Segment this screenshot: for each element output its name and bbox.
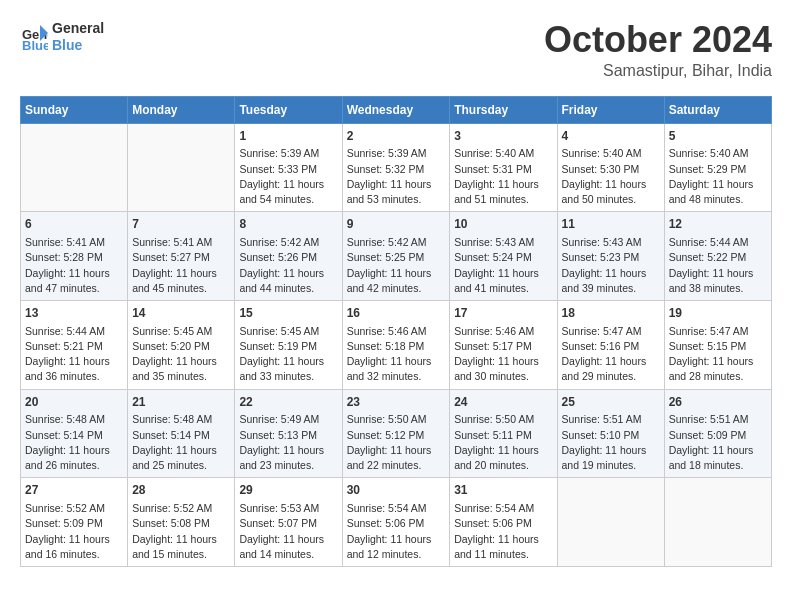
sunset-text: Sunset: 5:26 PM bbox=[239, 250, 337, 265]
sunrise-text: Sunrise: 5:50 AM bbox=[454, 412, 552, 427]
calendar-cell: 26Sunrise: 5:51 AMSunset: 5:09 PMDayligh… bbox=[664, 389, 771, 478]
sunrise-text: Sunrise: 5:44 AM bbox=[669, 235, 767, 250]
day-number: 29 bbox=[239, 482, 337, 499]
weekday-header-thursday: Thursday bbox=[450, 96, 557, 123]
sunset-text: Sunset: 5:06 PM bbox=[454, 516, 552, 531]
calendar-cell: 1Sunrise: 5:39 AMSunset: 5:33 PMDaylight… bbox=[235, 123, 342, 212]
sunrise-text: Sunrise: 5:51 AM bbox=[562, 412, 660, 427]
daylight-text: Daylight: 11 hours and 51 minutes. bbox=[454, 177, 552, 207]
cell-content: Sunrise: 5:49 AMSunset: 5:13 PMDaylight:… bbox=[239, 412, 337, 473]
sunset-text: Sunset: 5:14 PM bbox=[132, 428, 230, 443]
logo-text-general: General bbox=[52, 20, 104, 37]
cell-content: Sunrise: 5:40 AMSunset: 5:29 PMDaylight:… bbox=[669, 146, 767, 207]
sunrise-text: Sunrise: 5:45 AM bbox=[239, 324, 337, 339]
weekday-header-saturday: Saturday bbox=[664, 96, 771, 123]
sunset-text: Sunset: 5:08 PM bbox=[132, 516, 230, 531]
cell-content: Sunrise: 5:52 AMSunset: 5:09 PMDaylight:… bbox=[25, 501, 123, 562]
calendar-body: 1Sunrise: 5:39 AMSunset: 5:33 PMDaylight… bbox=[21, 123, 772, 566]
sunset-text: Sunset: 5:12 PM bbox=[347, 428, 446, 443]
sunset-text: Sunset: 5:20 PM bbox=[132, 339, 230, 354]
sunrise-text: Sunrise: 5:50 AM bbox=[347, 412, 446, 427]
day-number: 30 bbox=[347, 482, 446, 499]
sunset-text: Sunset: 5:30 PM bbox=[562, 162, 660, 177]
day-number: 15 bbox=[239, 305, 337, 322]
sunrise-text: Sunrise: 5:45 AM bbox=[132, 324, 230, 339]
day-number: 5 bbox=[669, 128, 767, 145]
cell-content: Sunrise: 5:43 AMSunset: 5:24 PMDaylight:… bbox=[454, 235, 552, 296]
sunset-text: Sunset: 5:14 PM bbox=[25, 428, 123, 443]
daylight-text: Daylight: 11 hours and 23 minutes. bbox=[239, 443, 337, 473]
cell-content: Sunrise: 5:50 AMSunset: 5:12 PMDaylight:… bbox=[347, 412, 446, 473]
sunset-text: Sunset: 5:06 PM bbox=[347, 516, 446, 531]
sunrise-text: Sunrise: 5:54 AM bbox=[347, 501, 446, 516]
daylight-text: Daylight: 11 hours and 42 minutes. bbox=[347, 266, 446, 296]
daylight-text: Daylight: 11 hours and 11 minutes. bbox=[454, 532, 552, 562]
sunrise-text: Sunrise: 5:42 AM bbox=[347, 235, 446, 250]
sunrise-text: Sunrise: 5:40 AM bbox=[454, 146, 552, 161]
calendar-cell: 19Sunrise: 5:47 AMSunset: 5:15 PMDayligh… bbox=[664, 300, 771, 389]
day-number: 3 bbox=[454, 128, 552, 145]
day-number: 23 bbox=[347, 394, 446, 411]
cell-content: Sunrise: 5:54 AMSunset: 5:06 PMDaylight:… bbox=[454, 501, 552, 562]
calendar-header: SundayMondayTuesdayWednesdayThursdayFrid… bbox=[21, 96, 772, 123]
cell-content: Sunrise: 5:51 AMSunset: 5:09 PMDaylight:… bbox=[669, 412, 767, 473]
location-subtitle: Samastipur, Bihar, India bbox=[544, 62, 772, 80]
sunset-text: Sunset: 5:31 PM bbox=[454, 162, 552, 177]
daylight-text: Daylight: 11 hours and 25 minutes. bbox=[132, 443, 230, 473]
cell-content: Sunrise: 5:42 AMSunset: 5:26 PMDaylight:… bbox=[239, 235, 337, 296]
sunset-text: Sunset: 5:09 PM bbox=[669, 428, 767, 443]
sunrise-text: Sunrise: 5:47 AM bbox=[562, 324, 660, 339]
daylight-text: Daylight: 11 hours and 38 minutes. bbox=[669, 266, 767, 296]
cell-content: Sunrise: 5:52 AMSunset: 5:08 PMDaylight:… bbox=[132, 501, 230, 562]
cell-content: Sunrise: 5:46 AMSunset: 5:17 PMDaylight:… bbox=[454, 324, 552, 385]
daylight-text: Daylight: 11 hours and 14 minutes. bbox=[239, 532, 337, 562]
daylight-text: Daylight: 11 hours and 36 minutes. bbox=[25, 354, 123, 384]
sunset-text: Sunset: 5:33 PM bbox=[239, 162, 337, 177]
sunrise-text: Sunrise: 5:52 AM bbox=[25, 501, 123, 516]
cell-content: Sunrise: 5:54 AMSunset: 5:06 PMDaylight:… bbox=[347, 501, 446, 562]
day-number: 24 bbox=[454, 394, 552, 411]
weekday-header-friday: Friday bbox=[557, 96, 664, 123]
daylight-text: Daylight: 11 hours and 32 minutes. bbox=[347, 354, 446, 384]
day-number: 26 bbox=[669, 394, 767, 411]
day-number: 27 bbox=[25, 482, 123, 499]
sunrise-text: Sunrise: 5:46 AM bbox=[347, 324, 446, 339]
sunrise-text: Sunrise: 5:48 AM bbox=[132, 412, 230, 427]
sunrise-text: Sunrise: 5:44 AM bbox=[25, 324, 123, 339]
calendar-cell: 18Sunrise: 5:47 AMSunset: 5:16 PMDayligh… bbox=[557, 300, 664, 389]
sunset-text: Sunset: 5:15 PM bbox=[669, 339, 767, 354]
cell-content: Sunrise: 5:40 AMSunset: 5:31 PMDaylight:… bbox=[454, 146, 552, 207]
sunrise-text: Sunrise: 5:49 AM bbox=[239, 412, 337, 427]
calendar-cell: 28Sunrise: 5:52 AMSunset: 5:08 PMDayligh… bbox=[128, 478, 235, 567]
sunrise-text: Sunrise: 5:40 AM bbox=[562, 146, 660, 161]
calendar-cell: 20Sunrise: 5:48 AMSunset: 5:14 PMDayligh… bbox=[21, 389, 128, 478]
sunset-text: Sunset: 5:23 PM bbox=[562, 250, 660, 265]
daylight-text: Daylight: 11 hours and 35 minutes. bbox=[132, 354, 230, 384]
calendar-week-row: 20Sunrise: 5:48 AMSunset: 5:14 PMDayligh… bbox=[21, 389, 772, 478]
calendar-cell: 8Sunrise: 5:42 AMSunset: 5:26 PMDaylight… bbox=[235, 212, 342, 301]
sunset-text: Sunset: 5:11 PM bbox=[454, 428, 552, 443]
cell-content: Sunrise: 5:41 AMSunset: 5:27 PMDaylight:… bbox=[132, 235, 230, 296]
daylight-text: Daylight: 11 hours and 54 minutes. bbox=[239, 177, 337, 207]
daylight-text: Daylight: 11 hours and 44 minutes. bbox=[239, 266, 337, 296]
calendar-cell bbox=[128, 123, 235, 212]
sunrise-text: Sunrise: 5:40 AM bbox=[669, 146, 767, 161]
svg-text:Blue: Blue bbox=[22, 38, 48, 51]
day-number: 8 bbox=[239, 216, 337, 233]
sunset-text: Sunset: 5:21 PM bbox=[25, 339, 123, 354]
sunrise-text: Sunrise: 5:47 AM bbox=[669, 324, 767, 339]
daylight-text: Daylight: 11 hours and 18 minutes. bbox=[669, 443, 767, 473]
calendar-cell: 9Sunrise: 5:42 AMSunset: 5:25 PMDaylight… bbox=[342, 212, 450, 301]
weekday-header-monday: Monday bbox=[128, 96, 235, 123]
day-number: 1 bbox=[239, 128, 337, 145]
daylight-text: Daylight: 11 hours and 29 minutes. bbox=[562, 354, 660, 384]
calendar-table: SundayMondayTuesdayWednesdayThursdayFrid… bbox=[20, 96, 772, 567]
calendar-cell: 10Sunrise: 5:43 AMSunset: 5:24 PMDayligh… bbox=[450, 212, 557, 301]
calendar-cell: 31Sunrise: 5:54 AMSunset: 5:06 PMDayligh… bbox=[450, 478, 557, 567]
weekday-header-sunday: Sunday bbox=[21, 96, 128, 123]
calendar-cell bbox=[21, 123, 128, 212]
daylight-text: Daylight: 11 hours and 16 minutes. bbox=[25, 532, 123, 562]
sunrise-text: Sunrise: 5:42 AM bbox=[239, 235, 337, 250]
weekday-header-wednesday: Wednesday bbox=[342, 96, 450, 123]
day-number: 10 bbox=[454, 216, 552, 233]
